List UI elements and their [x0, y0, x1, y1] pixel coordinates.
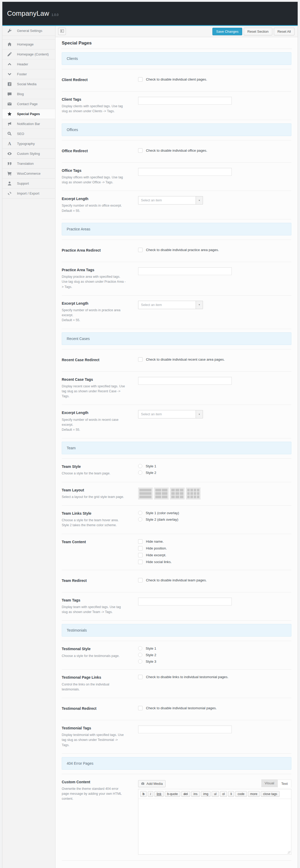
add-media-button[interactable]: Add Media	[138, 780, 166, 787]
editor-tab-text[interactable]: Text	[277, 780, 291, 787]
checkbox-label: Check to disable individual team pages.	[146, 578, 207, 582]
quicktag-ins-button[interactable]: ins	[191, 791, 200, 797]
select-value: Select an item	[138, 303, 196, 307]
check-to-disable-individual-client-pages-checkbox[interactable]	[138, 77, 143, 82]
reset-section-button[interactable]: Reset Section	[244, 28, 272, 35]
hide-position-checkbox[interactable]	[138, 546, 143, 551]
sidebar-item-header[interactable]: Header	[2, 59, 55, 69]
sidebar-item-general-settings[interactable]: General Settings	[2, 26, 55, 36]
sidebar-item-label: Typography	[17, 142, 35, 146]
practice-area-tags-input[interactable]	[138, 267, 232, 275]
check-to-disable-individual-team-pages-checkbox[interactable]	[138, 578, 143, 582]
field-control: Check to disable links to individual tes…	[138, 675, 291, 692]
sidebar-item-translation[interactable]: Translation	[2, 159, 55, 169]
quicktag-i-button[interactable]: i	[148, 791, 153, 797]
field-label: Office Tags	[62, 168, 126, 173]
sidebar-item-import-export[interactable]: Import / Export	[2, 189, 55, 198]
office-tags-input[interactable]	[138, 168, 232, 176]
sidebar: General SettingsHomepageHomepage (Conten…	[2, 26, 55, 868]
excerpt-length-select[interactable]: Select an item▼	[138, 301, 203, 309]
style-2-dark-overlay-radio[interactable]	[138, 517, 142, 522]
hide-name-checkbox[interactable]	[138, 539, 143, 544]
sidebar-item-footer[interactable]: Footer	[2, 69, 55, 79]
sidebar-item-seo[interactable]: SEO	[2, 129, 55, 139]
sidebar-item-support[interactable]: Support	[2, 179, 55, 189]
office-redirect-option: Check to disable individual office pages…	[138, 148, 291, 153]
quicktag-img-button[interactable]: img	[201, 791, 211, 797]
quicktag-close-tags-button[interactable]: close tags	[261, 791, 279, 797]
style-1-radio[interactable]	[138, 464, 142, 468]
sidebar-item-contact-page[interactable]: Contact Page	[2, 99, 55, 109]
reset-all-button[interactable]: Reset All	[274, 28, 295, 35]
hide-excerpt-checkbox[interactable]	[138, 553, 143, 557]
testimonial-tags-input[interactable]	[138, 725, 232, 733]
team-tags-input[interactable]	[138, 597, 232, 606]
radio-label: Style 1	[146, 647, 156, 650]
sidebar-item-notification-bar[interactable]: Notification Bar	[2, 119, 55, 129]
field-info: Team TagsDisplay team with specified tag…	[62, 597, 138, 615]
check-to-disable-individual-practice-area-pages-checkbox[interactable]	[138, 248, 143, 252]
sidebar-item-special-pages[interactable]: Special Pages	[2, 109, 55, 119]
comment-icon	[7, 92, 12, 96]
style-2-radio[interactable]	[138, 470, 142, 475]
sidebar-item-custom-styling[interactable]: Custom Styling	[2, 149, 55, 159]
quicktag-ol-button[interactable]: ol	[220, 791, 227, 797]
team-content-option: Hide excerpt.	[138, 553, 291, 557]
field-description: Display offices with specified tags. Use…	[62, 175, 126, 185]
toolbar: Save Changes Reset Section Reset All	[55, 26, 298, 37]
check-to-disable-individual-office-pages-checkbox[interactable]	[138, 148, 143, 153]
sidebar-item-blog[interactable]: Blog	[2, 89, 55, 99]
team-layout-option-3-column[interactable]	[170, 488, 185, 499]
chevron-up-icon	[7, 62, 12, 66]
sidebar-item-homepage[interactable]: Homepage	[2, 39, 55, 50]
user-icon	[7, 181, 12, 186]
team-layout-option-1-column[interactable]	[138, 488, 153, 499]
team-layout-option-4-column[interactable]	[186, 488, 201, 499]
quicktag-b-quote-button[interactable]: b-quote	[165, 791, 180, 797]
radio-label: Style 2	[146, 471, 156, 475]
editor-tab-visual[interactable]: Visual	[261, 779, 278, 787]
checkbox-label: Hide position.	[146, 546, 167, 550]
recent-case-tags-input[interactable]	[138, 377, 232, 385]
sidebar-item-woocommerce[interactable]: WooCommerce	[2, 169, 55, 179]
quicktag-code-button[interactable]: code	[235, 791, 247, 797]
quicktag-del-button[interactable]: del	[181, 791, 190, 797]
field-label: Practice Area Redirect	[62, 248, 126, 253]
panel-toggle-button[interactable]	[58, 28, 66, 35]
custom-content-textarea[interactable]	[138, 799, 291, 855]
section-header-practice-areas: Practice Areas	[62, 223, 291, 236]
radio-label: Style 1 (color overlay)	[146, 511, 179, 515]
sidebar-item-social-media[interactable]: fSocial Media	[2, 79, 55, 89]
excerpt-length-select[interactable]: Select an item▼	[138, 196, 203, 205]
field-control: Check to disable individual practice are…	[138, 248, 291, 256]
save-changes-button[interactable]: Save Changes	[212, 28, 242, 35]
sidebar-item-typography[interactable]: ATypography	[2, 139, 55, 149]
resize-grip-icon[interactable]	[288, 851, 291, 854]
checkbox-label: Check to disable individual testomonial …	[146, 706, 217, 710]
quicktag-more-button[interactable]: more	[248, 791, 260, 797]
style-3-radio[interactable]	[138, 659, 142, 663]
style-2-radio[interactable]	[138, 653, 142, 657]
check-to-disable-links-to-individual-testomonial-pages-checkbox[interactable]	[138, 675, 143, 679]
field-info: Team LayoutSelect a layout for the grid …	[62, 488, 138, 499]
excerpt-length-select[interactable]: Select an item▼	[138, 410, 203, 418]
team-layout-option-2-column[interactable]	[154, 488, 169, 499]
quicktag-li-button[interactable]: li	[228, 791, 234, 797]
field-control: Select an item▼	[138, 410, 291, 432]
field-label: Testimonal Page Links	[62, 675, 126, 680]
check-to-disable-individual-recent-case-area-pages-checkbox[interactable]	[138, 357, 143, 362]
style-1-radio[interactable]	[138, 646, 142, 650]
quicktag-link-button[interactable]: link	[154, 791, 164, 797]
client-tags-input[interactable]	[138, 97, 232, 104]
quicktag-ul-button[interactable]: ul	[212, 791, 219, 797]
quicktag-b-button[interactable]: b	[140, 791, 147, 797]
hide-social-links-checkbox[interactable]	[138, 560, 143, 564]
sidebar-item-homepage-content[interactable]: Homepage (Content)	[2, 50, 55, 59]
style-1-color-overlay-radio[interactable]	[138, 511, 142, 515]
editor-textarea-wrap	[138, 799, 291, 855]
field-description: Display clients with specified tags. Use…	[62, 104, 126, 114]
sidebar-item-label: Custom Styling	[17, 152, 40, 156]
field-description: Specify number of words in office excerp…	[62, 203, 126, 213]
field-info: Testimonal Redirect	[62, 706, 138, 714]
check-to-disable-individual-testomonial-pages-checkbox[interactable]	[138, 706, 143, 710]
